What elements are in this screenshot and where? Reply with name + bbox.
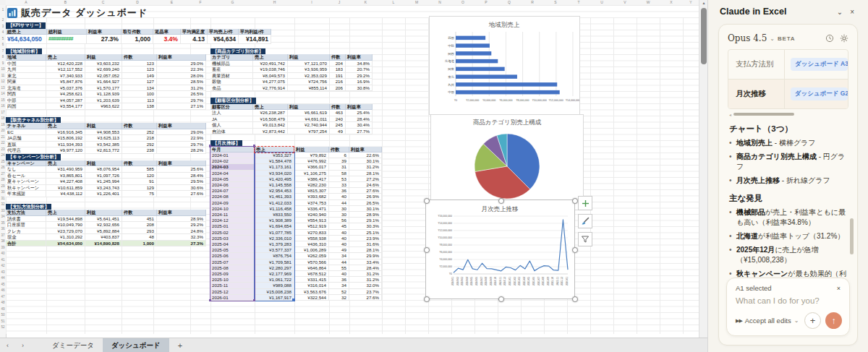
cell[interactable]: ¥1,116,458: [255, 206, 294, 212]
cell[interactable]: 現金: [6, 234, 46, 241]
cell[interactable]: ¥5,847,876: [46, 79, 85, 85]
cell[interactable]: 2024-10: [210, 206, 255, 212]
scroll-left-icon[interactable]: ◂: [729, 112, 731, 117]
table-row-category-畜産[interactable]: 畜産¥19,038,746¥3,936,95918320.7%: [210, 66, 373, 73]
cell[interactable]: 34.8%: [346, 61, 373, 67]
cell[interactable]: 東北: [6, 73, 46, 80]
cell[interactable]: ¥1,061,722: [255, 277, 294, 283]
cell[interactable]: 49: [329, 247, 349, 253]
cell[interactable]: ¥11,934,393: [46, 142, 85, 148]
cell[interactable]: 30.1%: [349, 158, 382, 164]
cell[interactable]: 75: [122, 191, 157, 197]
table-row-payment-現金[interactable]: 現金¥1,310,292¥403,8374832.3%: [6, 234, 206, 241]
cell[interactable]: ¥2,954,453: [255, 188, 294, 194]
cell[interactable]: 30.8%: [346, 85, 373, 92]
cell[interactable]: ¥353,327: [255, 153, 294, 158]
reference-row-2[interactable]: 月次推移ダッシュボード G2: [728, 80, 848, 108]
cell[interactable]: 32.0%: [349, 283, 382, 288]
range-handle[interactable]: [253, 145, 256, 147]
cell[interactable]: ¥436,310: [294, 241, 329, 247]
cell[interactable]: ¥1,570,177: [85, 85, 122, 92]
cell[interactable]: ¥3,934,020: [255, 171, 294, 176]
row-header-14[interactable]: 14: [0, 91, 6, 98]
column-header-Y[interactable]: Y: [689, 0, 692, 5]
tab-prev-icon[interactable]: ‹: [0, 342, 15, 349]
table-row-monthly-2025-04[interactable]: 2025-04¥1,379,283¥436,3104031.6%: [210, 241, 382, 247]
cell[interactable]: ¥2,776,914: [253, 85, 288, 92]
cell[interactable]: ¥512,919: [294, 223, 329, 229]
cell[interactable]: ¥7,340,933: [46, 73, 85, 80]
table-row-customer-自治体[interactable]: 自治体¥2,873,442¥797,2544927.7%: [210, 129, 373, 135]
row-header-47[interactable]: 47: [0, 294, 6, 301]
cell[interactable]: ¥14,890,828: [85, 241, 122, 247]
cell[interactable]: 27.6%: [157, 191, 206, 197]
cell[interactable]: 240: [330, 116, 346, 123]
row-header-9[interactable]: 9: [0, 61, 6, 67]
cell[interactable]: ¥19,544,898: [46, 216, 85, 223]
cell[interactable]: ¥989,088: [255, 283, 294, 288]
table-row-customer-JA[interactable]: JA¥16,508,479¥4,691,01124028.4%: [210, 116, 373, 123]
row-header-5[interactable]: 5: [0, 36, 6, 43]
row-header-44[interactable]: 44: [0, 275, 6, 282]
cell[interactable]: ¥2,813,772: [85, 147, 122, 154]
cell[interactable]: 206: [330, 85, 346, 92]
table-row-customer-法人[interactable]: 法人¥26,238,287¥6,661,61946325.4%: [210, 110, 373, 116]
row-header-29[interactable]: 29: [0, 184, 6, 190]
row-header-39[interactable]: 39: [0, 245, 6, 252]
cell[interactable]: 28.2%: [157, 147, 206, 154]
cell[interactable]: ¥393,682: [294, 194, 329, 199]
cell[interactable]: ¥19,038,746: [253, 66, 288, 73]
column-header-H[interactable]: H: [273, 0, 276, 5]
cell[interactable]: 29.9%: [349, 253, 382, 259]
cell[interactable]: 29.5%: [157, 179, 206, 185]
collapse-chevron-icon[interactable]: ⌄: [833, 8, 846, 16]
row-header-26[interactable]: 26: [0, 165, 6, 171]
cell[interactable]: 中部: [6, 98, 46, 104]
row-header-15[interactable]: 15: [0, 98, 6, 104]
cell[interactable]: ¥815,307: [294, 188, 329, 194]
table-row-channel-代理店[interactable]: 代理店¥9,977,120¥2,813,77223828.2%: [6, 147, 206, 154]
cell[interactable]: 29.7%: [157, 98, 206, 104]
cell[interactable]: 27.3%: [157, 241, 206, 247]
cell[interactable]: 29.0%: [157, 61, 206, 67]
cell[interactable]: 31.2%: [157, 85, 206, 92]
cell[interactable]: ¥1,106,275: [294, 171, 329, 176]
row-header-30[interactable]: 30: [0, 189, 6, 196]
cell[interactable]: ¥1,584,478: [255, 158, 294, 164]
chart-filters-button[interactable]: [578, 232, 592, 246]
cell[interactable]: 31.2%: [349, 164, 382, 170]
cell[interactable]: 2024-07: [210, 188, 255, 194]
row-header-13[interactable]: 13: [0, 85, 6, 92]
cell[interactable]: ¥3,603,232: [85, 61, 122, 67]
row-header-7[interactable]: 7: [0, 48, 6, 55]
cell[interactable]: ¥9,977,120: [46, 147, 85, 154]
cell[interactable]: 四国: [6, 103, 46, 110]
column-header-V[interactable]: V: [624, 0, 626, 5]
cell[interactable]: 2025-10: [210, 277, 255, 283]
cell[interactable]: ¥3,625,113: [85, 135, 122, 142]
cell[interactable]: ¥15,008,238: [255, 289, 294, 295]
table-row-monthly-2025-07[interactable]: 2025-07¥1,709,581¥570,5664433.4%: [210, 259, 382, 265]
bar-chart-region-sales[interactable]: 地域別売上¥0¥2,000,000¥4,000,000¥6,000,000¥8,…: [429, 16, 580, 115]
cell[interactable]: 2024-12: [210, 218, 255, 223]
cell[interactable]: 48: [122, 234, 157, 241]
table-row-category-機械部品[interactable]: 機械部品¥20,491,742¥7,121,07020434.8%: [210, 61, 373, 67]
range-handle[interactable]: [292, 299, 295, 301]
cell[interactable]: 53: [329, 176, 349, 182]
cell[interactable]: 204: [330, 61, 346, 67]
chat-input[interactable]: What can I do for you?: [727, 293, 849, 308]
row-header-50[interactable]: 50: [0, 312, 6, 319]
table-row-monthly-2024-12[interactable]: 2024-12¥1,908,389¥554,9135629.1%: [210, 218, 382, 223]
table-row-customer-個人[interactable]: 個人¥9,013,842¥2,740,94424530.4%: [210, 122, 373, 129]
cell[interactable]: 58: [329, 171, 349, 176]
row-header-51[interactable]: 51: [0, 319, 6, 325]
row-header-6[interactable]: 6: [0, 42, 6, 48]
cell[interactable]: 2025-04: [210, 241, 255, 247]
cell[interactable]: 56: [329, 218, 349, 223]
table-row-monthly-2025-05[interactable]: 2025-05¥3,577,337¥1,006,2894928.1%: [210, 247, 382, 253]
cell[interactable]: 30.3%: [349, 223, 382, 229]
chart-selection-handle[interactable]: [424, 296, 430, 302]
cell[interactable]: 40: [329, 236, 349, 241]
cell[interactable]: 北海道: [6, 85, 46, 92]
cell[interactable]: ¥554,913: [294, 218, 329, 223]
